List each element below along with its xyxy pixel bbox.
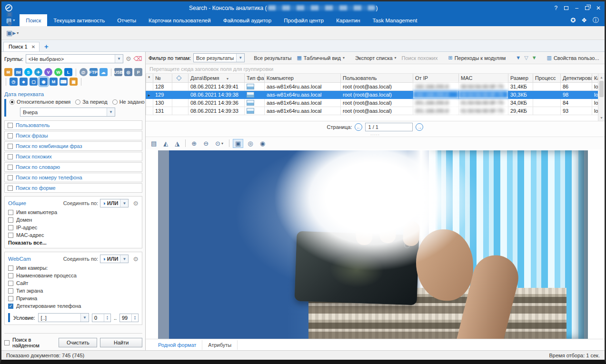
checkbox-icon[interactable] — [8, 133, 13, 138]
filter-by-type-select[interactable]: Все результаты ▼ — [193, 53, 245, 62]
zoom-in-icon[interactable]: ⊕▾ — [189, 139, 199, 148]
checkbox-icon[interactable] — [8, 288, 13, 294]
info-icon[interactable]: ⓘ — [593, 16, 599, 25]
table-row[interactable]: 130 08.06.2021 14:39:36 aas-w81x64ru.aas… — [146, 98, 605, 107]
printer-icon[interactable]: P — [134, 68, 142, 76]
im-icon[interactable]: IM — [14, 68, 22, 76]
col-user[interactable]: Пользователь — [341, 74, 413, 82]
goto-modules-button[interactable]: ⊞ Переходы к модулям — [447, 54, 507, 62]
checkbox-icon[interactable] — [8, 266, 13, 271]
splitter-handle[interactable]: ····· — [146, 133, 605, 137]
export-list-button[interactable]: Экспорт списка▾ — [354, 54, 398, 62]
usb-device-icon[interactable]: USB — [114, 68, 122, 76]
whatsapp-icon[interactable]: W — [54, 68, 62, 76]
cloud-icon[interactable]: ☁ — [99, 68, 108, 76]
col-from-ip[interactable]: От IP — [413, 74, 459, 82]
webcam-icon[interactable]: ◉ — [40, 78, 48, 86]
criteria-expander[interactable]: Пользователь — [4, 120, 142, 130]
col-detected[interactable]: Детектирова — [561, 74, 592, 82]
checkbox-icon[interactable] — [8, 304, 13, 309]
viewer-tab-native-format[interactable]: Родной формат — [152, 340, 202, 350]
condition-from-stepper[interactable]: 0 ▲▼ — [92, 314, 111, 322]
chevron-down-icon[interactable]: ▼ — [120, 255, 128, 263]
col-number[interactable]: № — [153, 74, 172, 82]
checkbox-icon[interactable] — [8, 123, 13, 128]
user-properties-button[interactable]: ▥ Свойства пользо... — [546, 54, 601, 62]
scroll-up-icon[interactable]: ▲ — [598, 74, 605, 80]
chevron-down-icon[interactable]: ▼ — [115, 55, 123, 63]
checkbox-icon[interactable] — [8, 296, 13, 301]
col-tag[interactable] — [172, 74, 189, 82]
table-row[interactable]: 128 08.06.2021 14:39:41 aas-w81x64ru.aas… — [146, 82, 605, 90]
checkbox-icon[interactable] — [4, 340, 10, 345]
groups-select[interactable]: <Не выбрано> ▼ — [26, 54, 123, 63]
clear-button[interactable]: Очистить — [59, 338, 97, 347]
search-tab[interactable]: Поиск 1 ✕ — [3, 42, 40, 51]
help-button[interactable]: ? — [555, 5, 558, 11]
gear-icon[interactable]: ⚙ — [133, 256, 139, 263]
filter-funnel-clear-icon[interactable]: ▽ — [524, 55, 528, 61]
rotate-right-icon[interactable]: ◮▾ — [172, 139, 182, 148]
checkbox-icon[interactable] — [8, 165, 13, 170]
prev-page-button[interactable]: ← — [355, 123, 362, 131]
email-icon[interactable]: ✉ — [4, 68, 12, 76]
http-icon[interactable]: @ — [79, 68, 88, 76]
filter-funnel-custom-icon[interactable]: ▼ — [532, 55, 537, 61]
col-filetype[interactable]: Тип фа — [245, 74, 265, 82]
col-datetime[interactable]: Дата\Время — [189, 74, 245, 82]
date-mode-radio[interactable]: Относительное время — [10, 99, 70, 105]
export-search-icon[interactable]: ▣▸▾ — [4, 28, 20, 38]
table-row[interactable]: 129 08.06.2021 14:39:38 aas-w81x64ru.aas… — [146, 90, 605, 98]
zoom-level-icon[interactable]: ⊙▾ — [213, 139, 226, 148]
gear-icon[interactable]: ⚙ — [133, 200, 139, 207]
checkbox-icon[interactable] — [8, 273, 13, 278]
menu-tab-user-cards[interactable]: Карточки пользователей — [142, 14, 217, 26]
chevron-down-icon[interactable]: ▼ — [107, 108, 115, 116]
filter-checkbox-item[interactable]: Детектирование телефона — [8, 303, 139, 309]
filter-checkbox-item[interactable]: Причина — [8, 295, 139, 301]
ftp-icon[interactable]: FTP — [89, 68, 98, 76]
menu-tab-file-auditor[interactable]: Файловый аудитор — [217, 14, 278, 26]
viewer-tab-attributes[interactable]: Атрибуты — [202, 340, 238, 350]
filter-checkbox-item[interactable]: Домен — [8, 217, 139, 223]
col-computer[interactable]: Компьютер — [265, 74, 341, 82]
date-mode-radio[interactable]: Не задано — [112, 99, 145, 105]
criteria-expander[interactable]: Поиск по форме — [4, 183, 142, 193]
menu-tab-current-activity[interactable]: Текущая активность — [47, 14, 111, 26]
page-input[interactable]: 1 / 1 — [365, 123, 413, 131]
checkbox-icon[interactable] — [8, 225, 13, 230]
checkbox-icon[interactable] — [8, 281, 13, 286]
col-mac[interactable]: MAC — [459, 74, 508, 82]
criteria-expander[interactable]: Поиск похожих — [4, 152, 142, 161]
filter-checkbox-item[interactable]: IP-адрес — [8, 225, 139, 230]
filter-checkbox-item[interactable]: Имя камеры: — [8, 265, 139, 271]
keyboard-icon[interactable]: ⌨ — [60, 78, 68, 86]
criteria-expander[interactable]: Поиск по комбинации фраз — [4, 141, 142, 151]
viber-icon[interactable]: V — [44, 68, 52, 76]
relative-period-select[interactable]: Вчера ▼ — [20, 108, 115, 117]
scroll-down-icon[interactable]: ▼ — [598, 114, 605, 121]
join-select[interactable]: ◑ИЛИ ▼ — [100, 199, 129, 207]
save-image-icon[interactable]: ▤▾ — [149, 139, 159, 148]
menu-tab-task-management[interactable]: Task Management — [367, 14, 424, 26]
group-by-bar[interactable]: Перетащите сюда заголовок поля для групп… — [146, 64, 605, 74]
date-mode-radio[interactable]: За период — [75, 99, 107, 105]
monitor-icon[interactable]: ▢ — [30, 78, 38, 86]
add-tab-button[interactable]: + — [40, 42, 53, 51]
close-button[interactable]: ✕ — [596, 5, 601, 11]
col-process[interactable]: Процесс — [533, 74, 561, 82]
chevron-down-icon[interactable]: ▼ — [236, 54, 244, 62]
filter-checkbox-item[interactable]: Наименование процесса — [8, 273, 139, 278]
microphone-icon[interactable]: M — [50, 78, 58, 86]
skype-icon[interactable]: S — [24, 68, 32, 76]
menu-tab-quarantine[interactable]: Карантин — [330, 14, 366, 26]
menu-tab-reports[interactable]: Отчеты — [111, 14, 142, 26]
license-badge-icon[interactable]: ✪ — [570, 17, 576, 24]
device-search-icon[interactable]: ◎ — [124, 68, 132, 76]
grid-scrollbar[interactable]: ▲ ▼ — [598, 74, 605, 121]
minimize-button[interactable]: – — [575, 5, 578, 11]
fit-window-icon[interactable]: ▣▾ — [233, 139, 243, 148]
image-adjust-icon[interactable]: ◎▾ — [245, 139, 255, 148]
table-view-button[interactable]: ▦ Табличный вид▾ — [295, 54, 346, 62]
checkbox-icon[interactable] — [8, 144, 13, 149]
